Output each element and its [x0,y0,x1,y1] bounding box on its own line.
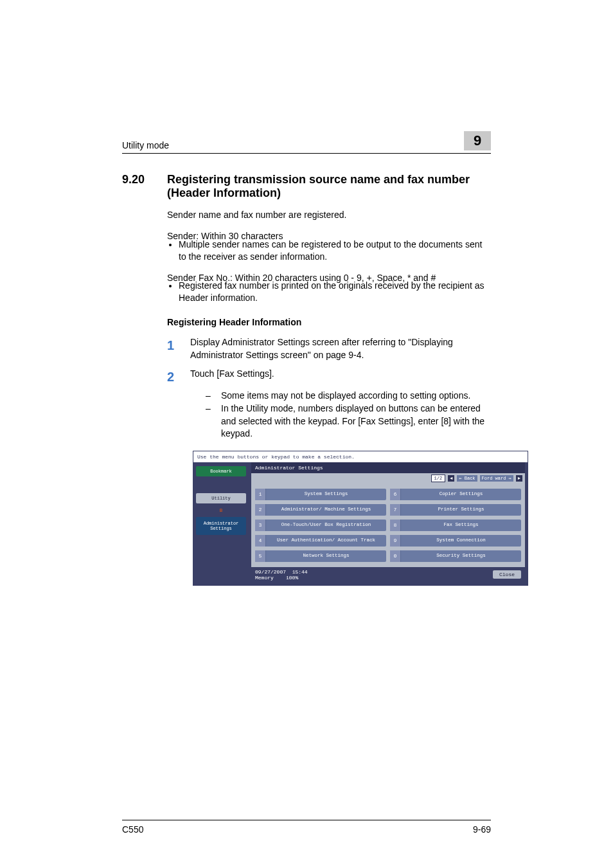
chapter-number-badge: 9 [464,131,491,150]
nav-next-icon[interactable]: ► [516,475,522,482]
procedure-heading: Registering Header Information [167,317,491,327]
menu-copier-settings[interactable]: 6Copier Settings [390,489,521,500]
menu-one-touch-registration[interactable]: 3One-Touch/User Box Registration [255,520,386,531]
running-header: Utility mode 9 [122,135,491,154]
screenshot-footer: 09/27/2007 15:44 Memory 100% Close [251,567,525,583]
section-number: 9.20 [122,173,167,200]
screenshot-sidebar: Bookmark Utility 8 Administrator Setting… [193,462,249,585]
utility-tab[interactable]: Utility [196,493,246,503]
sender-fax-bullet: Registered fax number is printed on the … [179,280,491,304]
back-button[interactable]: ⇐ Back [457,475,477,482]
header-left-text: Utility mode [122,140,169,150]
footer-model: C550 [122,824,143,835]
nav-prev-icon[interactable]: ◄ [448,475,454,482]
section-heading: 9.20 Registering transmission source nam… [122,173,491,200]
close-button[interactable]: Close [493,570,521,579]
step-text: Touch [Fax Settings]. [190,368,274,386]
step-1: 1 Display Administrator Settings screen … [167,336,491,361]
step-text: Display Administrator Settings screen af… [190,336,491,361]
step-number: 1 [167,336,190,361]
menu-security-settings[interactable]: 0Security Settings [390,550,521,562]
nav-bar: 1/2 ◄ ⇐ Back Ford ward ⇒ ► [251,473,525,484]
admin-settings-tab[interactable]: Administrator Settings [196,517,246,535]
page-footer: C550 9-69 [122,820,491,835]
menu-admin-machine-settings[interactable]: 2Administrator/ Machine Settings [255,504,386,516]
menu-network-settings[interactable]: 5Network Settings [255,550,386,562]
menu-system-connection[interactable]: 9System Connection [390,535,521,547]
step-2: 2 Touch [Fax Settings]. [167,368,491,386]
bookmark-tab[interactable]: Bookmark [196,466,246,476]
dash: – [206,390,221,402]
note-text: Some items may not be displayed accordin… [221,390,470,402]
note-text: In the Utility mode, numbers displayed o… [221,402,491,440]
intro-paragraph: Sender name and fax number are registere… [167,209,491,221]
section-title: Registering transmission source name and… [167,173,491,200]
step-2-notes: –Some items may not be displayed accordi… [206,390,491,440]
menu-grid: 1System Settings 6Copier Settings 2Admin… [251,484,525,567]
dash: – [206,402,221,440]
sidebar-step-number: 8 [196,507,246,513]
screenshot-instruction-bar: Use the menu buttons or keypad to make a… [193,451,528,462]
page-indicator: 1/2 [431,475,446,482]
sender-name-notes: Multiple sender names can be registered … [167,239,491,263]
sender-name-bullet: Multiple sender names can be registered … [179,239,491,263]
menu-user-auth-account-track[interactable]: 4User Authentication/ Account Track [255,535,386,547]
screen-title-band: Administrator Settings [251,462,525,473]
sender-fax-notes: Registered fax number is printed on the … [167,280,491,304]
footer-page-number: 9-69 [473,824,491,835]
forward-button[interactable]: Ford ward ⇒ [480,475,513,482]
menu-system-settings[interactable]: 1System Settings [255,489,386,500]
embedded-screenshot: Use the menu buttons or keypad to make a… [193,451,528,586]
footer-status: 09/27/2007 15:44 Memory 100% [255,569,308,581]
menu-fax-settings[interactable]: 8Fax Settings [390,520,521,531]
menu-printer-settings[interactable]: 7Printer Settings [390,504,521,516]
step-number: 2 [167,368,190,386]
